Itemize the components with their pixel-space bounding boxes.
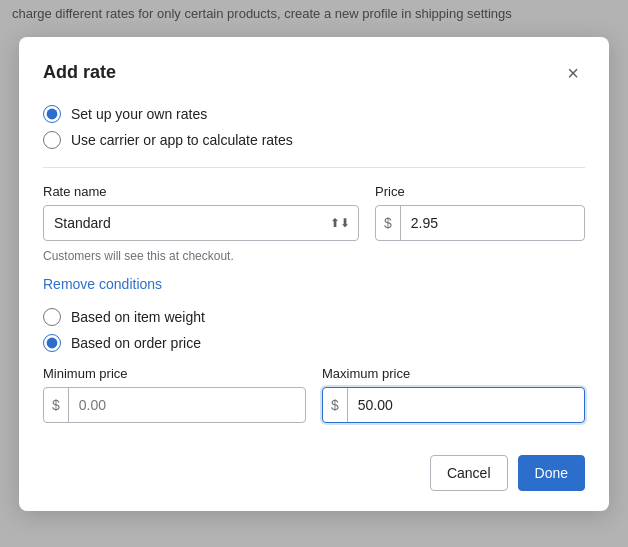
rate-name-select[interactable]: Standard [44,206,358,240]
min-price-currency: $ [44,388,69,422]
helper-text: Customers will see this at checkout. [43,249,585,263]
condition-weight-label: Based on item weight [71,309,205,325]
cancel-button[interactable]: Cancel [430,455,508,491]
price-input-wrapper: $ [375,205,585,241]
max-price-currency: $ [323,388,348,422]
rate-form-row: Rate name Standard ⬆⬇ Price $ [43,184,585,241]
rate-name-label: Rate name [43,184,359,199]
max-price-input[interactable] [348,388,584,422]
price-group: Price $ [375,184,585,241]
remove-conditions-link[interactable]: Remove conditions [43,276,162,292]
price-input[interactable] [401,206,596,240]
done-button[interactable]: Done [518,455,585,491]
modal-header: Add rate × [43,61,585,85]
condition-price-radio[interactable] [43,334,61,352]
price-label: Price [375,184,585,199]
min-price-group: Minimum price $ [43,366,306,423]
max-price-label: Maximum price [322,366,585,381]
rate-type-own-radio[interactable] [43,105,61,123]
price-currency-symbol: $ [376,206,401,240]
max-price-input-wrapper: $ [322,387,585,423]
max-price-group: Maximum price $ [322,366,585,423]
condition-weight[interactable]: Based on item weight [43,308,585,326]
rate-type-group: Set up your own rates Use carrier or app… [43,105,585,149]
rate-type-carrier[interactable]: Use carrier or app to calculate rates [43,131,585,149]
rate-type-own[interactable]: Set up your own rates [43,105,585,123]
rate-type-own-label: Set up your own rates [71,106,207,122]
modal-footer: Cancel Done [43,447,585,491]
condition-radios: Based on item weight Based on order pric… [43,308,585,352]
min-price-label: Minimum price [43,366,306,381]
rate-type-carrier-radio[interactable] [43,131,61,149]
price-fields-row: Minimum price $ Maximum price $ [43,366,585,423]
rate-name-select-wrapper: Standard ⬆⬇ [43,205,359,241]
condition-price[interactable]: Based on order price [43,334,585,352]
close-button[interactable]: × [561,61,585,85]
rate-name-group: Rate name Standard ⬆⬇ [43,184,359,241]
condition-price-label: Based on order price [71,335,201,351]
modal: Add rate × Set up your own rates Use car… [19,37,609,511]
divider [43,167,585,168]
min-price-input-wrapper: $ [43,387,306,423]
condition-weight-radio[interactable] [43,308,61,326]
background-text: charge different rates for only certain … [12,6,512,21]
min-price-input[interactable] [69,388,305,422]
modal-title: Add rate [43,62,116,83]
backdrop: charge different rates for only certain … [0,0,628,547]
rate-type-carrier-label: Use carrier or app to calculate rates [71,132,293,148]
